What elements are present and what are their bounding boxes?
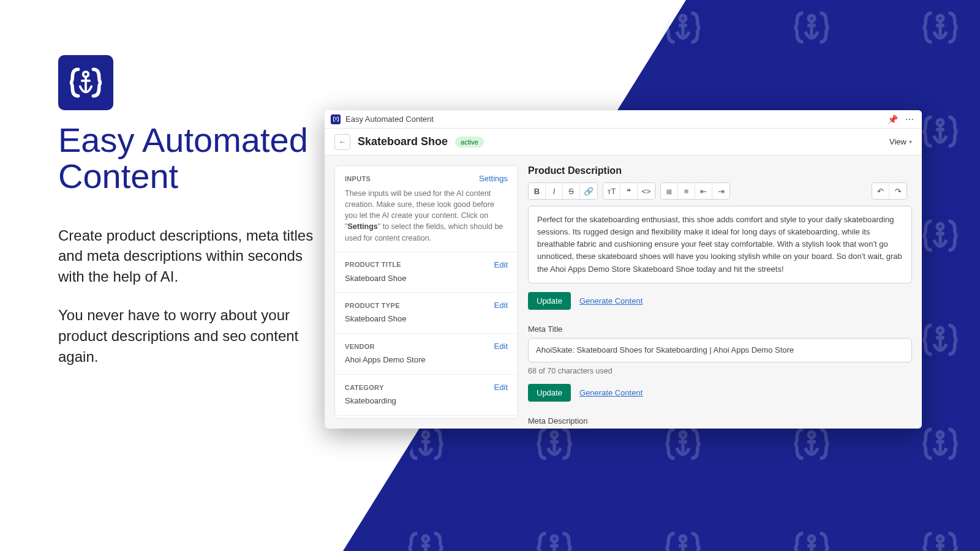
svg-point-45: [680, 536, 686, 542]
svg-point-38: [809, 432, 815, 438]
pattern-anchor-icon: [361, 496, 490, 551]
product-type-label: PRODUCT TYPE: [345, 302, 400, 309]
meta-title-input[interactable]: AhoiSkate: Skateboard Shoes for Skateboa…: [528, 338, 912, 362]
svg-point-16: [37, 223, 43, 230]
app-window: Easy Automated Content 📌 ⋯ ← Skateboard …: [325, 110, 922, 429]
svg-point-15: [937, 119, 943, 126]
svg-point-37: [680, 432, 686, 438]
window-title: Easy Automated Content: [345, 114, 434, 124]
status-badge: active: [455, 137, 484, 148]
product-type-value: Skateboard Shoe: [345, 313, 508, 325]
category-label: CATEGORY: [345, 384, 384, 391]
strike-button[interactable]: S: [563, 183, 580, 199]
svg-point-40: [37, 536, 43, 542]
update-description-button[interactable]: Update: [528, 292, 571, 310]
svg-point-3: [423, 15, 429, 21]
pattern-anchor-icon: [104, 392, 233, 496]
description-editor[interactable]: Perfect for the skateboarding enthusiast…: [528, 206, 912, 283]
undo-button[interactable]: ↶: [872, 183, 889, 199]
headline: Easy Automated Content: [58, 122, 322, 195]
svg-point-31: [937, 328, 943, 334]
svg-point-42: [294, 536, 300, 542]
svg-point-24: [37, 328, 43, 334]
indent-button[interactable]: ⇥: [712, 183, 729, 199]
redo-button[interactable]: ↷: [889, 183, 907, 199]
view-dropdown[interactable]: View: [889, 137, 912, 146]
quote-button[interactable]: ❝: [620, 183, 638, 199]
meta-description-label: Meta Description: [528, 416, 912, 425]
pin-icon[interactable]: 📌: [886, 114, 899, 124]
app-logo: [58, 55, 113, 110]
svg-point-6: [809, 15, 815, 21]
marketing-column: Easy Automated Content Create product de…: [58, 55, 322, 367]
vendor-value: Ahoi Apps Demo Store: [345, 354, 508, 366]
product-title-label: PRODUCT TITLE: [345, 261, 401, 268]
meta-title-label: Meta Title: [528, 324, 912, 334]
ol-button[interactable]: ≡: [678, 183, 695, 199]
svg-point-2: [294, 15, 300, 21]
inputs-description: These inputs will be used for the AI con…: [345, 188, 508, 244]
pattern-anchor-icon: [0, 496, 104, 551]
pattern-anchor-icon: [490, 0, 619, 80]
svg-point-32: [37, 432, 43, 438]
pattern-anchor-icon: [747, 496, 876, 551]
pattern-anchor-icon: [490, 496, 619, 551]
svg-point-7: [937, 15, 943, 21]
back-button[interactable]: ←: [334, 134, 350, 150]
svg-point-41: [165, 536, 172, 542]
svg-point-39: [937, 432, 943, 438]
subheading-1: Create product descriptions, meta titles…: [58, 225, 322, 287]
window-titlebar: Easy Automated Content 📌 ⋯: [325, 110, 922, 129]
pattern-anchor-icon: [361, 0, 490, 80]
pattern-anchor-icon: [104, 496, 233, 551]
generate-description-link[interactable]: Generate Content: [579, 296, 643, 305]
bold-button[interactable]: B: [529, 183, 546, 199]
svg-point-5: [680, 15, 686, 21]
ul-button[interactable]: ≣: [661, 183, 678, 199]
view-label: View: [889, 137, 907, 146]
svg-point-0: [37, 15, 43, 21]
update-meta-title-button[interactable]: Update: [528, 384, 571, 402]
svg-point-34: [294, 432, 300, 438]
pattern-anchor-icon: [619, 0, 747, 80]
svg-point-46: [809, 536, 815, 542]
svg-point-36: [551, 432, 557, 438]
content-panel: Product Description B I S 🔗 тT ❝ <> ≣ ≡ …: [528, 165, 912, 419]
pattern-anchor-icon: [0, 392, 104, 496]
titlebar-logo-icon: [331, 114, 341, 124]
more-icon[interactable]: ⋯: [903, 114, 916, 124]
category-value: Skateboarding: [345, 395, 508, 407]
link-button[interactable]: 🔗: [580, 183, 597, 199]
heading-button[interactable]: тT: [603, 183, 620, 199]
settings-link[interactable]: Settings: [479, 174, 508, 183]
outdent-button[interactable]: ⇤: [695, 183, 712, 199]
meta-title-char-count: 68 of 70 characters used: [528, 367, 912, 375]
generate-meta-title-link[interactable]: Generate Content: [579, 388, 643, 397]
pattern-anchor-icon: [876, 496, 980, 551]
svg-point-35: [423, 432, 429, 438]
product-type-edit[interactable]: Edit: [494, 301, 508, 310]
inputs-desc-bold: Settings: [347, 222, 377, 231]
svg-point-1: [165, 15, 172, 21]
italic-button[interactable]: I: [546, 183, 563, 199]
svg-point-33: [165, 432, 172, 438]
pattern-anchor-icon: [233, 496, 361, 551]
svg-point-44: [551, 536, 557, 542]
editor-toolbar: B I S 🔗 тT ❝ <> ≣ ≡ ⇤ ⇥ ↶: [528, 182, 912, 200]
svg-point-23: [937, 223, 943, 230]
svg-point-4: [551, 15, 557, 21]
vendor-edit[interactable]: Edit: [494, 342, 508, 351]
anchor-braces-icon: [67, 64, 105, 102]
vendor-label: VENDOR: [345, 343, 375, 350]
svg-point-47: [937, 536, 943, 542]
pattern-anchor-icon: [747, 0, 876, 80]
category-edit[interactable]: Edit: [494, 383, 508, 392]
product-title-edit[interactable]: Edit: [494, 260, 508, 269]
code-button[interactable]: <>: [638, 183, 655, 199]
svg-point-51: [335, 118, 336, 119]
svg-point-43: [423, 536, 429, 542]
pattern-anchor-icon: [619, 496, 747, 551]
inputs-card: INPUTS Settings These inputs will be use…: [334, 165, 518, 419]
inputs-heading: INPUTS: [345, 175, 371, 182]
subheading-2: You never have to worry about your produ…: [58, 305, 322, 367]
